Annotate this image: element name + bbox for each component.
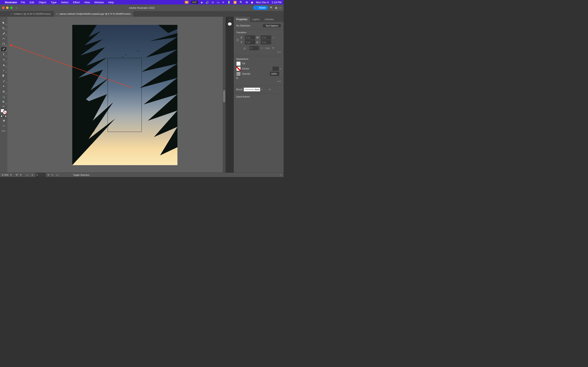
- menu-window[interactable]: Window: [94, 1, 104, 4]
- screen-mode-button[interactable]: ▭: [1, 124, 7, 128]
- menubar-clock[interactable]: 2:19 PM: [272, 1, 282, 4]
- control-center-icon[interactable]: ⚙: [246, 1, 248, 4]
- drawn-rectangle[interactable]: [108, 58, 142, 132]
- reference-point-icon[interactable]: ⊞: [236, 38, 239, 42]
- menu-effect[interactable]: Effect: [73, 1, 80, 4]
- close-window-button[interactable]: [2, 7, 4, 9]
- siri-icon[interactable]: ◉: [251, 1, 253, 4]
- scrollbar-thumb[interactable]: [223, 90, 225, 102]
- brush-dropdown-icon[interactable]: ▾: [261, 88, 263, 91]
- paintbrush-tool[interactable]: [1, 47, 7, 51]
- shape-builder-tool[interactable]: ◈: [1, 63, 7, 67]
- close-tab-icon[interactable]: ×: [57, 13, 58, 15]
- menu-view[interactable]: View: [84, 1, 90, 4]
- free-transform-tool[interactable]: ⊞: [1, 89, 7, 94]
- selection-tool[interactable]: [1, 20, 7, 25]
- edit-toolbar-button[interactable]: •••: [1, 129, 7, 133]
- menu-type[interactable]: Type: [51, 1, 57, 4]
- canvas-area[interactable]: [7, 17, 226, 173]
- rectangle-tool[interactable]: [1, 42, 7, 46]
- y-field[interactable]: 0 px: [245, 40, 255, 44]
- menu-select[interactable]: Select: [61, 1, 68, 4]
- fill-stroke-toggle[interactable]: ⟲▫: [1, 105, 7, 107]
- fx-button[interactable]: fx.: [236, 77, 239, 80]
- opacity-field[interactable]: 100%: [270, 72, 279, 76]
- menubar-date[interactable]: Mon Dec 6: [256, 1, 269, 4]
- brush-library-icon[interactable]: ⫴: [269, 88, 270, 91]
- x-field[interactable]: 0 px: [245, 35, 255, 40]
- opacity-swatch[interactable]: [236, 72, 241, 76]
- curvature-tool[interactable]: [1, 36, 7, 41]
- vertical-scrollbar[interactable]: [223, 17, 226, 173]
- rotate-dropdown-icon[interactable]: ▾: [20, 174, 21, 176]
- minimize-window-button[interactable]: [6, 7, 9, 9]
- recorder-time[interactable]: 0:47: [191, 1, 198, 4]
- h-field[interactable]: 0 px: [261, 40, 271, 44]
- zoom-window-button[interactable]: [10, 7, 13, 9]
- constrain-icon[interactable]: ⫘: [272, 36, 275, 39]
- panel-grip[interactable]: »»: [226, 19, 234, 21]
- play-icon[interactable]: ⊙: [212, 1, 214, 4]
- w-field[interactable]: 0 px: [261, 35, 271, 40]
- display-icon[interactable]: ▭: [217, 1, 219, 4]
- flip-h-icon[interactable]: ▷◁: [266, 47, 269, 50]
- menu-object[interactable]: Object: [39, 1, 46, 4]
- comments-panel-icon[interactable]: 💬: [227, 22, 232, 26]
- bluetooth-icon[interactable]: ⚹: [222, 1, 224, 4]
- angle-dropdown-icon[interactable]: ▾: [261, 47, 263, 50]
- spotlight-icon[interactable]: 🔍: [240, 1, 243, 4]
- width-tool[interactable]: ⟡: [1, 68, 7, 73]
- close-tab-icon[interactable]: ×: [11, 13, 12, 15]
- angle-field[interactable]: 0°: [250, 46, 259, 50]
- doc-tab-2[interactable]: × salman-sidheek-VGdjDc4Gk80-unsplash.jp…: [54, 11, 134, 17]
- recorder-badge[interactable]: H: [185, 1, 189, 4]
- tab-libraries[interactable]: Libraries: [262, 17, 277, 22]
- color-mode-buttons[interactable]: [1, 115, 7, 117]
- brush-options-icon[interactable]: ▭: [265, 88, 267, 91]
- share-button[interactable]: 👤 Share: [253, 6, 268, 10]
- gradient-tool[interactable]: [1, 73, 7, 78]
- draw-mode-button[interactable]: ◑: [1, 118, 7, 123]
- fill-stroke-swatches[interactable]: [1, 109, 7, 114]
- stroke-dropdown-icon[interactable]: ▾: [280, 67, 281, 70]
- zoom-dropdown-icon[interactable]: ▾: [10, 174, 12, 176]
- zoom-level[interactable]: 8.74%: [2, 174, 8, 176]
- menu-edit[interactable]: Edit: [30, 1, 34, 4]
- brush-preset-dropdown[interactable]: Basic: [244, 88, 260, 91]
- stroke-swatch[interactable]: [236, 67, 241, 71]
- menu-help[interactable]: Help: [108, 1, 114, 4]
- battery-icon[interactable]: 🔋: [227, 1, 231, 4]
- workspace-switcher-icon[interactable]: ▭: [279, 6, 282, 9]
- tool-options-button[interactable]: Tool Options: [263, 24, 281, 28]
- eyedropper-tool[interactable]: [1, 79, 7, 83]
- rotate-tool[interactable]: ↺: [1, 58, 7, 62]
- volume-icon[interactable]: 🔊: [206, 1, 209, 4]
- artboard-image[interactable]: [72, 25, 177, 165]
- direct-selection-tool[interactable]: [1, 26, 7, 30]
- transform-more-icon[interactable]: •••: [277, 51, 281, 54]
- last-artboard-button[interactable]: ⏭: [56, 174, 59, 176]
- toolbar-grip[interactable]: ««: [0, 17, 7, 20]
- artboard-number[interactable]: 1: [35, 173, 46, 177]
- opacity-flyout-icon[interactable]: ›: [280, 72, 281, 75]
- rotate-view[interactable]: 0°: [16, 174, 18, 176]
- menu-file[interactable]: File: [21, 1, 25, 4]
- flip-v-icon[interactable]: ▽: [272, 47, 274, 50]
- prev-artboard-button[interactable]: ◀: [31, 174, 34, 176]
- artboard-dropdown-icon[interactable]: ▾: [48, 174, 49, 176]
- diamond-icon[interactable]: ◈: [201, 1, 203, 4]
- arrange-docs-icon[interactable]: ▦: [275, 6, 277, 9]
- stroke-swatch[interactable]: [3, 110, 7, 114]
- stroke-weight-field[interactable]: [273, 67, 279, 71]
- doc-tab-1[interactable]: × Untitled-2 @ 16.94 % (RGB/Preview): [8, 11, 54, 17]
- artboard-tool[interactable]: ▢: [1, 95, 7, 99]
- tab-properties[interactable]: Properties: [234, 17, 250, 22]
- search-docs-icon[interactable]: 🔍: [270, 6, 273, 9]
- type-tool[interactable]: T: [1, 52, 7, 57]
- fill-swatch[interactable]: [236, 61, 241, 66]
- first-artboard-button[interactable]: ⏮: [26, 174, 29, 176]
- appearance-more-icon[interactable]: •••: [277, 80, 281, 83]
- symbol-sprayer-tool[interactable]: ✦: [1, 84, 7, 89]
- tab-layers[interactable]: Layers: [250, 17, 262, 22]
- home-button[interactable]: ⌂: [16, 6, 17, 9]
